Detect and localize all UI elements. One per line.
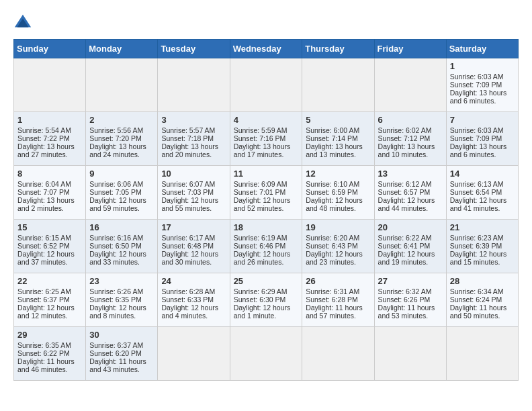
calendar-week-row: 1Sunrise: 5:54 AMSunset: 7:22 PMDaylight… (14, 112, 519, 166)
sunset: Sunset: 6:43 PM (306, 242, 358, 250)
calendar-cell: 16Sunrise: 6:16 AMSunset: 6:50 PMDayligh… (86, 220, 158, 273)
header-friday: Friday (374, 40, 446, 58)
day-number: 9 (89, 169, 154, 179)
calendar-cell (230, 327, 302, 381)
sunset: Sunset: 6:37 PM (17, 295, 70, 304)
header-thursday: Thursday (302, 40, 374, 58)
calendar-cell (446, 327, 518, 381)
sunrise: Sunrise: 6:04 AM (17, 180, 71, 188)
day-number: 22 (17, 276, 82, 286)
daylight: Daylight: 12 hours and 8 minutes. (89, 304, 146, 320)
daylight: Daylight: 12 hours and 48 minutes. (306, 196, 363, 212)
calendar-cell (86, 58, 158, 112)
daylight: Daylight: 12 hours and 23 minutes. (306, 250, 363, 266)
daylight: Daylight: 12 hours and 1 minute. (234, 304, 291, 320)
daylight: Daylight: 11 hours and 46 minutes. (17, 357, 75, 373)
sunrise: Sunrise: 6:17 AM (161, 234, 215, 242)
daylight: Daylight: 12 hours and 52 minutes. (234, 196, 291, 212)
sunrise: Sunrise: 6:34 AM (450, 287, 504, 295)
calendar-cell: 1Sunrise: 5:54 AMSunset: 7:22 PMDaylight… (14, 112, 86, 166)
day-number: 10 (161, 169, 226, 179)
daylight: Daylight: 12 hours and 41 minutes. (450, 196, 507, 212)
day-number: 18 (234, 222, 299, 232)
sunrise: Sunrise: 6:07 AM (161, 180, 215, 188)
sunrise: Sunrise: 6:22 AM (378, 234, 432, 242)
calendar-cell: 18Sunrise: 6:19 AMSunset: 6:46 PMDayligh… (230, 220, 302, 273)
calendar-cell: 13Sunrise: 6:12 AMSunset: 6:57 PMDayligh… (374, 166, 446, 220)
calendar-cell: 4Sunrise: 5:59 AMSunset: 7:16 PMDaylight… (230, 112, 302, 166)
calendar-cell (302, 58, 374, 112)
day-number: 8 (17, 169, 82, 179)
day-number: 25 (234, 276, 299, 286)
calendar-cell: 10Sunrise: 6:07 AMSunset: 7:03 PMDayligh… (158, 166, 230, 220)
day-number: 21 (450, 222, 515, 232)
calendar-cell: 3Sunrise: 5:57 AMSunset: 7:18 PMDaylight… (158, 112, 230, 166)
daylight: Daylight: 12 hours and 15 minutes. (450, 250, 507, 266)
calendar-cell: 11Sunrise: 6:09 AMSunset: 7:01 PMDayligh… (230, 166, 302, 220)
logo (13, 13, 34, 32)
sunset: Sunset: 7:01 PM (234, 188, 286, 196)
sunset: Sunset: 6:48 PM (161, 242, 214, 250)
daylight: Daylight: 12 hours and 26 minutes. (234, 250, 291, 266)
sunset: Sunset: 6:22 PM (17, 349, 70, 357)
sunset: Sunset: 6:28 PM (306, 295, 358, 304)
calendar-cell: 14Sunrise: 6:13 AMSunset: 6:54 PMDayligh… (446, 166, 518, 220)
day-number: 29 (17, 330, 82, 340)
daylight: Daylight: 12 hours and 19 minutes. (378, 250, 435, 266)
calendar-week-row: 15Sunrise: 6:15 AMSunset: 6:52 PMDayligh… (14, 220, 519, 273)
calendar-cell: 19Sunrise: 6:20 AMSunset: 6:43 PMDayligh… (302, 220, 374, 273)
day-number: 15 (17, 222, 82, 232)
sunrise: Sunrise: 6:19 AM (234, 234, 287, 242)
sunrise: Sunrise: 6:28 AM (161, 287, 215, 295)
calendar-cell (302, 327, 374, 381)
sunrise: Sunrise: 6:37 AM (89, 341, 143, 349)
day-number: 1 (450, 61, 515, 71)
calendar-cell: 5Sunrise: 6:00 AMSunset: 7:14 PMDaylight… (302, 112, 374, 166)
day-number: 20 (378, 222, 443, 232)
daylight: Daylight: 12 hours and 33 minutes. (89, 250, 146, 266)
calendar-cell: 17Sunrise: 6:17 AMSunset: 6:48 PMDayligh… (158, 220, 230, 273)
calendar-cell (158, 327, 230, 381)
day-number: 24 (161, 276, 226, 286)
daylight: Daylight: 11 hours and 50 minutes. (450, 304, 507, 320)
day-number: 3 (161, 115, 226, 125)
sunrise: Sunrise: 6:02 AM (378, 126, 432, 134)
sunset: Sunset: 6:35 PM (89, 295, 142, 304)
daylight: Daylight: 13 hours and 27 minutes. (17, 142, 75, 158)
day-number: 6 (378, 115, 443, 125)
sunset: Sunset: 6:26 PM (378, 295, 431, 304)
sunset: Sunset: 7:20 PM (89, 134, 142, 142)
sunset: Sunset: 7:03 PM (161, 188, 214, 196)
calendar-cell (374, 58, 446, 112)
calendar-cell: 22Sunrise: 6:25 AMSunset: 6:37 PMDayligh… (14, 273, 86, 327)
daylight: Daylight: 12 hours and 4 minutes. (161, 304, 218, 320)
sunset: Sunset: 6:20 PM (89, 349, 142, 357)
daylight: Daylight: 12 hours and 30 minutes. (161, 250, 218, 266)
sunrise: Sunrise: 6:03 AM (450, 73, 504, 81)
sunset: Sunset: 7:09 PM (450, 81, 502, 89)
calendar-cell: 27Sunrise: 6:32 AMSunset: 6:26 PMDayligh… (374, 273, 446, 327)
day-number: 28 (450, 276, 515, 286)
sunset: Sunset: 6:57 PM (378, 188, 431, 196)
sunrise: Sunrise: 6:31 AM (306, 287, 359, 295)
sunrise: Sunrise: 5:56 AM (89, 126, 143, 134)
calendar-week-row: 8Sunrise: 6:04 AMSunset: 7:07 PMDaylight… (14, 166, 519, 220)
day-number: 23 (89, 276, 154, 286)
daylight: Daylight: 13 hours and 17 minutes. (234, 142, 291, 158)
calendar-cell: 9Sunrise: 6:06 AMSunset: 7:05 PMDaylight… (86, 166, 158, 220)
sunset: Sunset: 7:09 PM (450, 134, 502, 142)
calendar-cell: 15Sunrise: 6:15 AMSunset: 6:52 PMDayligh… (14, 220, 86, 273)
daylight: Daylight: 11 hours and 53 minutes. (378, 304, 435, 320)
daylight: Daylight: 11 hours and 43 minutes. (89, 357, 146, 373)
calendar-cell: 7Sunrise: 6:03 AMSunset: 7:09 PMDaylight… (446, 112, 518, 166)
sunrise: Sunrise: 6:03 AM (450, 126, 504, 134)
calendar-cell (374, 327, 446, 381)
sunset: Sunset: 6:33 PM (161, 295, 214, 304)
header-monday: Monday (86, 40, 158, 58)
daylight: Daylight: 13 hours and 24 minutes. (89, 142, 146, 158)
daylight: Daylight: 13 hours and 2 minutes. (17, 196, 75, 212)
sunset: Sunset: 6:24 PM (450, 295, 502, 304)
day-number: 2 (89, 115, 154, 125)
sunset: Sunset: 6:30 PM (234, 295, 286, 304)
sunrise: Sunrise: 6:06 AM (89, 180, 143, 188)
